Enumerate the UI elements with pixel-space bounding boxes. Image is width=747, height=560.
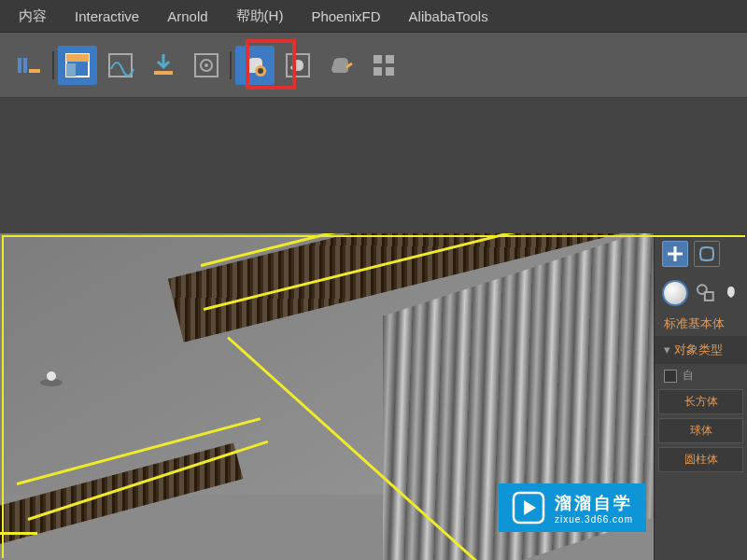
- tool-layout-icon[interactable]: [58, 46, 97, 85]
- tool-render-setup-icon[interactable]: [235, 46, 275, 85]
- svg-rect-2: [29, 69, 40, 73]
- svg-rect-16: [374, 67, 382, 76]
- svg-rect-15: [386, 55, 394, 63]
- svg-rect-7: [154, 71, 173, 75]
- menu-content[interactable]: 内容: [19, 7, 47, 25]
- tool-download-icon[interactable]: [144, 46, 183, 85]
- tool-grid-icon[interactable]: [364, 46, 403, 85]
- ribbon-area: [0, 98, 747, 233]
- menu-help[interactable]: 帮助(H): [236, 7, 284, 25]
- watermark-url: zixue.3d66.com: [555, 514, 633, 525]
- svg-point-12: [258, 68, 263, 74]
- menu-phoenixfd[interactable]: PhoenixFD: [311, 8, 380, 24]
- svg-rect-5: [66, 63, 76, 77]
- toolbar: [0, 33, 747, 98]
- svg-point-10: [204, 63, 208, 67]
- watermark-title: 溜溜自学: [555, 492, 633, 514]
- tool-render-frame-icon[interactable]: [278, 46, 317, 85]
- watermark: 溜溜自学 zixue.3d66.com: [499, 483, 646, 532]
- tool-curve-editor-icon[interactable]: [101, 46, 140, 85]
- svg-rect-0: [18, 58, 21, 73]
- watermark-logo-icon: [512, 491, 545, 525]
- menu-interactive[interactable]: Interactive: [75, 8, 139, 24]
- tool-settings-icon[interactable]: [187, 46, 226, 85]
- svg-rect-4: [66, 54, 89, 62]
- menu-alibabatools[interactable]: AlibabaTools: [409, 8, 488, 24]
- svg-rect-17: [386, 67, 394, 76]
- svg-rect-14: [374, 55, 382, 63]
- tool-workspace-icon[interactable]: [9, 46, 49, 85]
- svg-rect-1: [23, 58, 27, 73]
- menu-arnold[interactable]: Arnold: [167, 8, 207, 24]
- menu-bar: 内容 Interactive Arnold 帮助(H) PhoenixFD Al…: [0, 0, 747, 33]
- tool-teapot-render-icon[interactable]: [321, 46, 360, 85]
